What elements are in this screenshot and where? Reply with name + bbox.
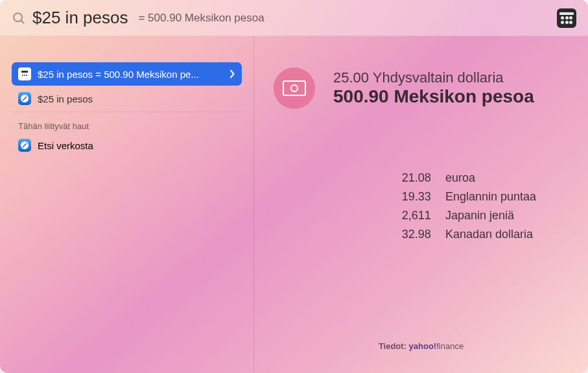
source-amount: 25.00 Yhdysvaltain dollaria bbox=[333, 69, 534, 86]
conversion-row: 2,611 Japanin jeniä bbox=[379, 209, 536, 223]
svg-point-3 bbox=[22, 75, 23, 76]
svg-rect-8 bbox=[283, 81, 305, 95]
calculator-app-icon[interactable] bbox=[557, 8, 576, 28]
search-web-item[interactable]: Etsi verkosta bbox=[12, 134, 242, 157]
related-searches-header: Tähän liittyvät haut bbox=[12, 114, 242, 134]
svg-point-9 bbox=[291, 85, 298, 91]
safari-icon bbox=[18, 139, 31, 152]
svg-line-1 bbox=[21, 20, 24, 23]
data-source-footer: Tiedot: yahoo!finance bbox=[274, 341, 569, 359]
conversion-row: 32.98 Kanadan dollaria bbox=[379, 228, 536, 241]
conversion-value: 32.98 bbox=[379, 228, 431, 241]
result-item-label: $25 in pesos bbox=[38, 93, 235, 104]
banknote-icon bbox=[274, 67, 315, 109]
answer-text: 500.90 Meksikon pesoa bbox=[148, 12, 265, 24]
conversion-hero: 25.00 Yhdysvaltain dollaria 500.90 Meksi… bbox=[274, 67, 569, 109]
conversion-value: 2,611 bbox=[379, 209, 431, 223]
conversion-label: Englannin puntaa bbox=[445, 190, 536, 204]
svg-point-0 bbox=[14, 13, 22, 21]
answer-prefix: = bbox=[138, 12, 148, 24]
search-query-text[interactable]: $25 in pesos bbox=[32, 8, 128, 28]
conversion-label: Kanadan dollaria bbox=[445, 228, 533, 241]
footer-prefix: Tiedot: bbox=[379, 341, 409, 351]
search-icon bbox=[12, 11, 26, 25]
conversion-text: 25.00 Yhdysvaltain dollaria 500.90 Meksi… bbox=[333, 69, 534, 107]
content-body: $25 in pesos = 500.90 Meksikon pe... $25… bbox=[0, 36, 588, 372]
safari-icon bbox=[18, 92, 31, 105]
search-inline-result: = 500.90 Meksikon pesoa bbox=[138, 12, 264, 25]
svg-rect-2 bbox=[21, 71, 28, 73]
conversion-value: 21.08 bbox=[379, 171, 431, 185]
conversion-label: Japanin jeniä bbox=[445, 209, 514, 223]
conversion-value: 19.33 bbox=[379, 190, 431, 204]
calculator-icon bbox=[18, 67, 31, 80]
other-conversions: 21.08 euroa 19.33 Englannin puntaa 2,611… bbox=[379, 171, 536, 247]
footer-brand-sub: finance bbox=[436, 341, 464, 351]
search-bar: $25 in pesos = 500.90 Meksikon pesoa bbox=[0, 0, 588, 36]
result-item-calculator[interactable]: $25 in pesos = 500.90 Meksikon pe... bbox=[12, 62, 242, 86]
result-item-label: $25 in pesos = 500.90 Meksikon pe... bbox=[38, 69, 223, 80]
conversion-row: 21.08 euroa bbox=[379, 171, 536, 185]
footer-brand: yahoo! bbox=[409, 341, 437, 351]
chevron-right-icon bbox=[229, 69, 235, 78]
result-amount: 500.90 Meksikon pesoa bbox=[333, 86, 534, 107]
spotlight-window: $25 in pesos = 500.90 Meksikon pesoa $25… bbox=[0, 0, 588, 373]
search-web-label: Etsi verkosta bbox=[38, 140, 235, 151]
svg-point-5 bbox=[26, 75, 27, 76]
conversion-row: 19.33 Englannin puntaa bbox=[379, 190, 536, 204]
svg-point-4 bbox=[24, 75, 25, 76]
conversion-label: euroa bbox=[445, 171, 475, 185]
results-sidebar: $25 in pesos = 500.90 Meksikon pe... $25… bbox=[0, 36, 254, 372]
result-item-safari[interactable]: $25 in pesos bbox=[12, 87, 242, 112]
detail-panel: 25.00 Yhdysvaltain dollaria 500.90 Meksi… bbox=[254, 36, 588, 372]
